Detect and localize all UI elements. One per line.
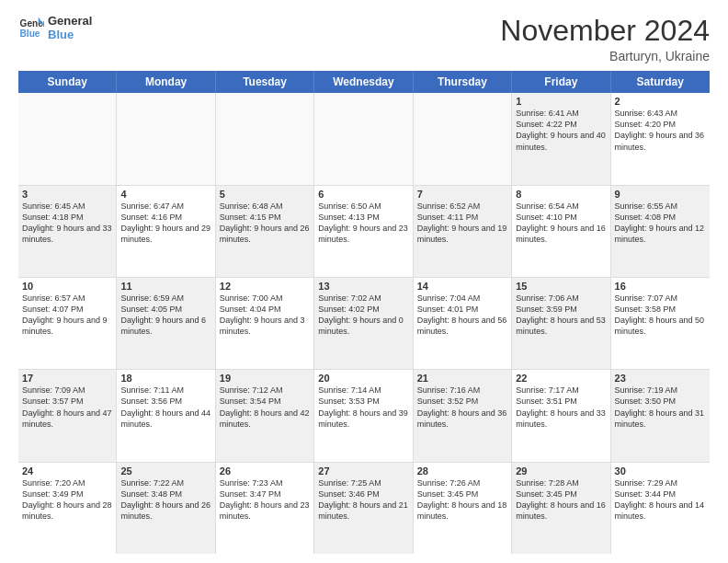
calendar-cell: 4Sunrise: 6:47 AM Sunset: 4:16 PM Daylig… [117, 186, 215, 277]
calendar-cell: 10Sunrise: 6:57 AM Sunset: 4:07 PM Dayli… [18, 278, 117, 369]
col-header-wednesday: Wednesday [314, 71, 413, 93]
calendar-cell: 27Sunrise: 7:25 AM Sunset: 3:46 PM Dayli… [314, 463, 413, 554]
location: Barturyn, Ukraine [500, 49, 710, 63]
calendar-cell: 3Sunrise: 6:45 AM Sunset: 4:18 PM Daylig… [18, 186, 117, 277]
calendar-cell: 23Sunrise: 7:19 AM Sunset: 3:50 PM Dayli… [611, 370, 710, 461]
day-number: 18 [120, 373, 210, 384]
calendar-week-1: 1Sunrise: 6:41 AM Sunset: 4:22 PM Daylig… [18, 93, 710, 185]
cell-info: Sunrise: 7:12 AM Sunset: 3:54 PM Dayligh… [220, 385, 310, 430]
calendar-cell [18, 93, 117, 184]
cell-info: Sunrise: 6:54 AM Sunset: 4:10 PM Dayligh… [516, 201, 606, 246]
calendar: SundayMondayTuesdayWednesdayThursdayFrid… [18, 71, 710, 554]
day-number: 6 [318, 189, 408, 200]
cell-info: Sunrise: 7:11 AM Sunset: 3:56 PM Dayligh… [120, 385, 210, 430]
calendar-cell: 25Sunrise: 7:22 AM Sunset: 3:48 PM Dayli… [117, 463, 215, 554]
cell-info: Sunrise: 6:55 AM Sunset: 4:08 PM Dayligh… [615, 201, 706, 246]
cell-info: Sunrise: 6:50 AM Sunset: 4:13 PM Dayligh… [318, 201, 408, 246]
col-header-sunday: Sunday [18, 71, 117, 93]
day-number: 9 [615, 189, 706, 200]
day-number: 21 [417, 373, 507, 384]
calendar-cell: 9Sunrise: 6:55 AM Sunset: 4:08 PM Daylig… [611, 186, 710, 277]
cell-info: Sunrise: 6:48 AM Sunset: 4:15 PM Dayligh… [220, 201, 310, 246]
day-number: 14 [417, 281, 507, 292]
day-number: 1 [516, 96, 606, 107]
day-number: 8 [516, 189, 606, 200]
calendar-cell [117, 93, 215, 184]
day-number: 13 [318, 281, 408, 292]
calendar-cell: 1Sunrise: 6:41 AM Sunset: 4:22 PM Daylig… [512, 93, 610, 184]
logo-line1: General [48, 15, 92, 29]
cell-info: Sunrise: 6:45 AM Sunset: 4:18 PM Dayligh… [22, 201, 112, 246]
day-number: 28 [417, 465, 507, 477]
cell-info: Sunrise: 7:16 AM Sunset: 3:52 PM Dayligh… [417, 385, 507, 430]
svg-text:Blue: Blue [20, 29, 40, 39]
calendar-cell: 30Sunrise: 7:29 AM Sunset: 3:44 PM Dayli… [611, 463, 710, 554]
cell-info: Sunrise: 7:20 AM Sunset: 3:49 PM Dayligh… [22, 477, 112, 523]
day-number: 19 [220, 373, 310, 384]
day-number: 20 [318, 373, 408, 384]
day-number: 5 [220, 189, 310, 200]
cell-info: Sunrise: 6:52 AM Sunset: 4:11 PM Dayligh… [417, 201, 507, 246]
cell-info: Sunrise: 6:47 AM Sunset: 4:16 PM Dayligh… [120, 201, 210, 246]
calendar-cell: 17Sunrise: 7:09 AM Sunset: 3:57 PM Dayli… [18, 370, 117, 461]
month-title: November 2024 [500, 15, 710, 47]
calendar-cell: 29Sunrise: 7:28 AM Sunset: 3:45 PM Dayli… [512, 463, 610, 554]
calendar-week-4: 17Sunrise: 7:09 AM Sunset: 3:57 PM Dayli… [18, 370, 710, 462]
cell-info: Sunrise: 7:29 AM Sunset: 3:44 PM Dayligh… [615, 477, 706, 523]
cell-info: Sunrise: 7:25 AM Sunset: 3:46 PM Dayligh… [318, 477, 408, 523]
day-number: 17 [22, 373, 112, 384]
day-number: 26 [220, 465, 310, 477]
calendar-cell: 16Sunrise: 7:07 AM Sunset: 3:58 PM Dayli… [611, 278, 710, 369]
cell-info: Sunrise: 6:57 AM Sunset: 4:07 PM Dayligh… [22, 293, 112, 338]
calendar-cell: 5Sunrise: 6:48 AM Sunset: 4:15 PM Daylig… [216, 186, 314, 277]
day-number: 23 [615, 373, 706, 384]
cell-info: Sunrise: 7:22 AM Sunset: 3:48 PM Dayligh… [120, 477, 210, 523]
logo-line2: Blue [48, 29, 92, 42]
calendar-cell: 12Sunrise: 7:00 AM Sunset: 4:04 PM Dayli… [216, 278, 314, 369]
day-number: 2 [615, 96, 706, 107]
day-number: 29 [516, 465, 606, 477]
day-number: 25 [120, 465, 210, 477]
cell-info: Sunrise: 7:02 AM Sunset: 4:02 PM Dayligh… [318, 293, 408, 338]
cell-info: Sunrise: 7:19 AM Sunset: 3:50 PM Dayligh… [615, 385, 706, 430]
day-number: 15 [516, 281, 606, 292]
cell-info: Sunrise: 7:04 AM Sunset: 4:01 PM Dayligh… [417, 293, 507, 338]
cell-info: Sunrise: 6:43 AM Sunset: 4:20 PM Dayligh… [615, 108, 706, 153]
col-header-thursday: Thursday [414, 71, 512, 93]
calendar-week-5: 24Sunrise: 7:20 AM Sunset: 3:49 PM Dayli… [18, 463, 710, 554]
calendar-cell: 2Sunrise: 6:43 AM Sunset: 4:20 PM Daylig… [611, 93, 710, 184]
day-number: 22 [516, 373, 606, 384]
col-header-saturday: Saturday [611, 71, 710, 93]
calendar-week-2: 3Sunrise: 6:45 AM Sunset: 4:18 PM Daylig… [18, 186, 710, 278]
title-area: November 2024 Barturyn, Ukraine [500, 15, 710, 63]
calendar-cell: 15Sunrise: 7:06 AM Sunset: 3:59 PM Dayli… [512, 278, 610, 369]
cell-info: Sunrise: 7:09 AM Sunset: 3:57 PM Dayligh… [22, 385, 112, 430]
calendar-cell: 11Sunrise: 6:59 AM Sunset: 4:05 PM Dayli… [117, 278, 215, 369]
day-number: 4 [120, 189, 210, 200]
calendar-cell: 19Sunrise: 7:12 AM Sunset: 3:54 PM Dayli… [216, 370, 314, 461]
cell-info: Sunrise: 7:17 AM Sunset: 3:51 PM Dayligh… [516, 385, 606, 430]
calendar-cell: 26Sunrise: 7:23 AM Sunset: 3:47 PM Dayli… [216, 463, 314, 554]
header: General Blue General Blue November 2024 … [18, 15, 710, 63]
calendar-cell [414, 93, 512, 184]
day-number: 30 [615, 465, 706, 477]
day-number: 24 [22, 465, 112, 477]
col-header-friday: Friday [512, 71, 610, 93]
cell-info: Sunrise: 7:00 AM Sunset: 4:04 PM Dayligh… [220, 293, 310, 338]
cell-info: Sunrise: 6:41 AM Sunset: 4:22 PM Dayligh… [516, 108, 606, 153]
cell-info: Sunrise: 7:07 AM Sunset: 3:58 PM Dayligh… [615, 293, 706, 338]
calendar-cell: 8Sunrise: 6:54 AM Sunset: 4:10 PM Daylig… [512, 186, 610, 277]
calendar-cell: 18Sunrise: 7:11 AM Sunset: 3:56 PM Dayli… [117, 370, 215, 461]
day-number: 3 [22, 189, 112, 200]
cell-info: Sunrise: 7:26 AM Sunset: 3:45 PM Dayligh… [417, 477, 507, 523]
calendar-cell: 7Sunrise: 6:52 AM Sunset: 4:11 PM Daylig… [414, 186, 512, 277]
col-header-monday: Monday [117, 71, 215, 93]
day-number: 11 [120, 281, 210, 292]
day-number: 10 [22, 281, 112, 292]
day-number: 12 [220, 281, 310, 292]
calendar-cell: 6Sunrise: 6:50 AM Sunset: 4:13 PM Daylig… [314, 186, 413, 277]
col-header-tuesday: Tuesday [216, 71, 314, 93]
calendar-body: 1Sunrise: 6:41 AM Sunset: 4:22 PM Daylig… [18, 93, 710, 554]
day-number: 16 [615, 281, 706, 292]
day-number: 7 [417, 189, 507, 200]
